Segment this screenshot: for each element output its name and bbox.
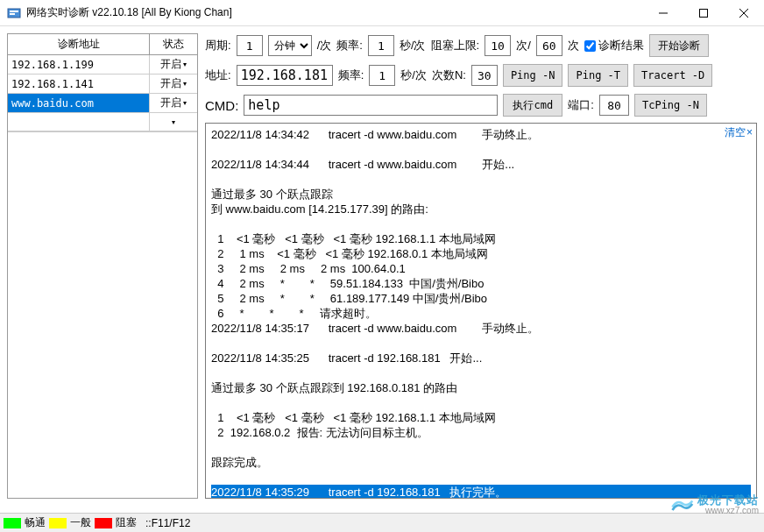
diag-result-checkbox-wrap[interactable]: 诊断结果	[584, 38, 644, 53]
count-input[interactable]	[471, 65, 498, 86]
freq-input-2[interactable]	[369, 65, 395, 86]
output-line	[211, 142, 751, 157]
address-cell[interactable]	[8, 113, 150, 131]
port-input[interactable]	[599, 95, 629, 116]
chevron-down-icon: ▾	[183, 60, 187, 68]
swatch-green	[4, 518, 21, 528]
chevron-down-icon: ▾	[183, 80, 187, 88]
ping-n-button[interactable]: Ping -N	[503, 64, 563, 87]
status-dropdown[interactable]: 开启▾	[150, 74, 197, 94]
output-line	[211, 440, 751, 455]
output-line: 2 192.168.0.2 报告: 无法访问目标主机。	[211, 425, 751, 440]
block-input-2[interactable]	[536, 35, 562, 56]
freq-input-1[interactable]	[368, 35, 394, 56]
swatch-red	[95, 518, 112, 528]
header-address: 诊断地址	[8, 34, 150, 54]
minimize-button[interactable]	[643, 0, 683, 25]
per-times-label: /次	[317, 38, 332, 53]
chevron-down-icon: ▾	[183, 99, 187, 107]
block-label: 阻塞上限:	[431, 38, 480, 53]
block-input-1[interactable]	[485, 35, 511, 56]
address-list[interactable]: 192.168.1.199开启▾192.168.1.141开启▾www.baid…	[8, 55, 197, 498]
output-line: 1 <1 毫秒 <1 毫秒 <1 毫秒 192.168.1.1 本地局域网	[211, 410, 751, 425]
address-row[interactable]: www.baidu.com开启▾	[8, 94, 197, 113]
address-cell[interactable]: 192.168.1.141	[8, 74, 150, 94]
output-line: 5 2 ms * * 61.189.177.149 中国/贵州/Bibo	[211, 291, 751, 306]
cmd-label: CMD:	[205, 98, 238, 113]
address-header: 诊断地址 状态	[8, 34, 197, 55]
close-x-icon: ×	[746, 126, 753, 138]
output-line: 到 www.baidu.com [14.215.177.39] 的路由:	[211, 202, 751, 216]
svg-rect-4	[700, 9, 708, 17]
diag-result-label: 诊断结果	[598, 38, 644, 53]
output-line: 通过最多 30 个跃点跟踪	[211, 187, 751, 202]
addr-label: 地址:	[205, 67, 231, 83]
freq-unit-1: 秒/次	[400, 38, 426, 53]
output-line	[211, 172, 751, 187]
status-blocked: 阻塞	[116, 515, 137, 530]
freq-unit-2: 秒/次	[400, 67, 427, 83]
output-line: 6 * * * 请求超时。	[211, 306, 751, 321]
exec-cmd-button[interactable]: 执行cmd	[503, 94, 562, 117]
address-row: 地址: 频率: 秒/次 次数N: Ping -N Ping -T Tracert…	[205, 63, 757, 88]
header-status: 状态	[150, 34, 197, 54]
watermark-url: www.xz7.com	[697, 506, 759, 515]
address-row[interactable]: 192.168.1.199开启▾	[8, 55, 197, 74]
window-title: 网络实时诊断 v22.10.18 [All By Kiong Chan]	[26, 5, 643, 20]
period-row: 周期: 分钟 /次 频率: 秒/次 阻塞上限: 次/ 次 诊断结果 开始诊断	[205, 33, 757, 58]
cmd-input[interactable]	[244, 95, 498, 116]
address-panel: 诊断地址 状态 192.168.1.199开启▾192.168.1.141开启▾…	[7, 33, 198, 499]
port-label: 端口:	[568, 97, 594, 113]
output-line: 3 2 ms 2 ms 2 ms 100.64.0.1	[211, 261, 751, 276]
address-row[interactable]: 192.168.1.141开启▾	[8, 74, 197, 94]
ping-t-button[interactable]: Ping -T	[568, 64, 628, 87]
output-line	[211, 336, 751, 351]
period-label: 周期:	[205, 38, 231, 53]
status-keys: ::F11/F12	[145, 517, 190, 529]
output-line	[211, 365, 751, 380]
tracert-d-button[interactable]: Tracert -D	[633, 64, 712, 87]
output-line: 2022/11/8 14:34:44 tracert -d www.baidu.…	[211, 157, 751, 172]
output-line: 2 1 ms <1 毫秒 <1 毫秒 192.168.0.1 本地局域网	[211, 246, 751, 261]
address-row-empty[interactable]: ▾	[8, 113, 197, 132]
app-icon	[7, 6, 21, 20]
right-panel: 周期: 分钟 /次 频率: 秒/次 阻塞上限: 次/ 次 诊断结果 开始诊断 地…	[205, 33, 757, 499]
chevron-down-icon: ▾	[172, 118, 175, 126]
status-dropdown[interactable]: ▾	[150, 113, 197, 131]
output-line: 2022/11/8 14:35:25 tracert -d 192.168.18…	[211, 351, 751, 365]
watermark: 极光下载站 www.xz7.com	[669, 492, 759, 516]
period-unit-select[interactable]: 分钟	[268, 35, 312, 56]
addr-input[interactable]	[237, 65, 333, 86]
start-diag-button[interactable]: 开始诊断	[649, 34, 709, 57]
output-line: 4 2 ms * * 59.51.184.133 中国/贵州/Bibo	[211, 276, 751, 291]
output-line	[211, 470, 751, 485]
statusbar: 畅通 一般 阻塞 ::F11/F12	[0, 513, 764, 532]
count-label: 次数N:	[432, 67, 466, 83]
output-line	[211, 395, 751, 410]
block-suffix-label: 次	[568, 38, 579, 53]
tcping-n-button[interactable]: TcPing -N	[634, 94, 707, 117]
address-cell[interactable]: www.baidu.com	[8, 94, 150, 113]
output-text[interactable]: 2022/11/8 14:34:42 tracert -d www.baidu.…	[206, 124, 756, 498]
period-input[interactable]	[237, 35, 263, 56]
watermark-text: 极光下载站	[697, 493, 759, 507]
output-panel: 清空× 2022/11/8 14:34:42 tracert -d www.ba…	[205, 123, 757, 499]
output-line: 通过最多 30 个跃点跟踪到 192.168.0.181 的路由	[211, 380, 751, 395]
output-line: 2022/11/8 14:34:42 tracert -d www.baidu.…	[211, 127, 751, 142]
freq-label-1: 频率:	[336, 38, 363, 53]
clear-label: 清空	[725, 126, 746, 138]
watermark-icon	[669, 492, 694, 516]
output-line	[211, 216, 751, 231]
diag-result-checkbox[interactable]	[584, 40, 596, 52]
address-cell[interactable]: 192.168.1.199	[8, 55, 150, 74]
maximize-button[interactable]	[683, 0, 724, 25]
svg-rect-1	[10, 11, 18, 12]
cmd-row: CMD: 执行cmd 端口: TcPing -N	[205, 93, 757, 117]
close-button[interactable]	[724, 0, 764, 25]
swatch-yellow	[49, 518, 67, 528]
clear-link[interactable]: 清空×	[725, 125, 753, 140]
status-dropdown[interactable]: 开启▾	[150, 94, 197, 113]
status-dropdown[interactable]: 开启▾	[150, 55, 197, 74]
output-line: 1 <1 毫秒 <1 毫秒 <1 毫秒 192.168.1.1 本地局域网	[211, 231, 751, 246]
status-normal: 一般	[70, 515, 91, 530]
